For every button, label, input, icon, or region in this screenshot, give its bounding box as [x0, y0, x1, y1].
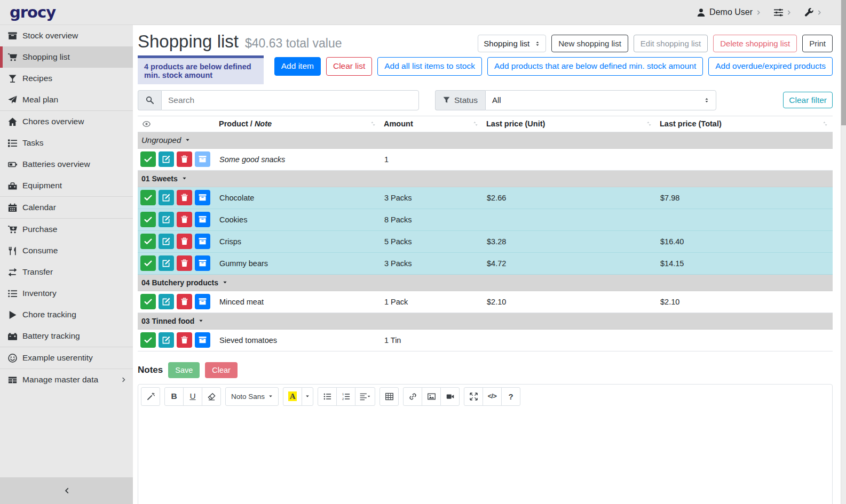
edit-shopping-list-button[interactable]: Edit shopping list — [634, 35, 708, 52]
group-header-ungrouped[interactable]: Ungrouped — [138, 132, 833, 149]
toolbar-link-button[interactable] — [403, 387, 422, 406]
sidebar-item-transfer[interactable]: Transfer — [0, 261, 133, 283]
sidebar-item-recipes[interactable]: Recipes — [0, 68, 133, 89]
group-header-03-tinned-food[interactable]: 03 Tinned food — [138, 313, 833, 330]
toolbar-font-color-button[interactable]: A — [283, 387, 302, 406]
settings-menu[interactable] — [774, 8, 792, 17]
delete-shopping-list-button[interactable]: Delete shopping list — [713, 35, 797, 52]
notes-editor-area[interactable] — [138, 409, 832, 504]
toolbar-eraser-button[interactable] — [202, 387, 221, 406]
edit-button[interactable] — [159, 255, 174, 271]
edit-button[interactable] — [159, 190, 174, 205]
add-to-stock-button[interactable] — [195, 332, 210, 348]
edit-button[interactable] — [159, 151, 174, 167]
done-button[interactable] — [140, 294, 156, 309]
toolbar-ordered-list-button[interactable]: 12 — [336, 387, 355, 406]
sidebar-item-manage-master-data[interactable]: Manage master data — [0, 369, 133, 390]
delete-button[interactable] — [177, 151, 192, 167]
caret-down-icon — [185, 138, 190, 142]
sidebar-item-meal-plan[interactable]: Meal plan — [0, 89, 133, 110]
delete-button[interactable] — [177, 190, 192, 205]
stock-box-icon — [199, 215, 207, 223]
add-overdue-expired-products-button[interactable]: Add overdue/expired products — [708, 57, 833, 76]
sidebar-item-battery-tracking[interactable]: Battery tracking — [0, 325, 133, 347]
column-header-amount[interactable]: Amount — [381, 119, 483, 128]
toolbar-table-grid-button[interactable] — [379, 387, 399, 406]
done-button[interactable] — [140, 151, 156, 167]
column-header-last-price-total[interactable]: Last price (Total) — [657, 119, 833, 128]
toolbar-magic-wand-button[interactable] — [141, 387, 160, 406]
toolbar-bold-button[interactable]: B — [164, 387, 184, 406]
sidebar-item-stock-overview[interactable]: Stock overview — [0, 25, 133, 46]
clear-list-button[interactable]: Clear list — [326, 57, 372, 76]
delete-button[interactable] — [177, 332, 192, 348]
chevron-right-icon — [787, 10, 792, 15]
delete-button[interactable] — [177, 212, 192, 227]
done-button[interactable] — [140, 332, 156, 348]
search-group — [138, 90, 419, 110]
toolbar-unordered-list-button[interactable] — [318, 387, 337, 406]
print-button[interactable]: Print — [802, 35, 833, 52]
shopping-list-select[interactable]: Shopping list — [478, 35, 546, 52]
toolbar-video-button[interactable] — [440, 387, 460, 406]
sidebar-item-consume[interactable]: Consume — [0, 240, 133, 261]
edit-button[interactable] — [159, 212, 174, 227]
add-all-list-items-to-stock-button[interactable]: Add all list items to stock — [377, 57, 482, 76]
sidebar-item-chores-overview[interactable]: Chores overview — [0, 111, 133, 132]
sidebar-item-inventory[interactable]: Inventory — [0, 283, 133, 304]
status-select[interactable]: All — [485, 90, 716, 110]
sidebar-item-batteries-overview[interactable]: Batteries overview — [0, 154, 133, 175]
add-products-that-are-below-defined-min-stock-amount-button[interactable]: Add products that are below defined min.… — [487, 57, 703, 76]
sidebar-item-example-userentity[interactable]: Example userentity — [0, 347, 133, 369]
add-to-stock-button[interactable] — [195, 151, 210, 167]
sidebar-collapse-button[interactable] — [0, 477, 133, 504]
add-item-button[interactable]: Add item — [274, 57, 321, 76]
toolbar-code-view-button[interactable]: </> — [483, 387, 502, 406]
done-button[interactable] — [140, 255, 156, 271]
sidebar-item-tasks[interactable]: Tasks — [0, 132, 133, 154]
done-button[interactable] — [140, 234, 156, 249]
group-header-04-butchery-products[interactable]: 04 Butchery products — [138, 275, 833, 291]
toolbar-paragraph-button[interactable] — [355, 387, 375, 406]
product-name: Sieved tomatoes — [219, 336, 277, 345]
add-to-stock-button[interactable] — [195, 190, 210, 205]
clear-filter-button[interactable]: Clear filter — [783, 92, 833, 108]
toolbar-picture-button[interactable] — [422, 387, 441, 406]
sidebar-item-equipment[interactable]: Equipment — [0, 175, 133, 196]
add-to-stock-button[interactable] — [195, 294, 210, 309]
group-header-01-sweets[interactable]: 01 Sweets — [138, 171, 833, 187]
admin-menu[interactable] — [804, 8, 822, 17]
done-button[interactable] — [140, 212, 156, 227]
notes-clear-button[interactable]: Clear — [205, 362, 238, 378]
column-header-last-price-unit[interactable]: Last price (Unit) — [483, 119, 657, 128]
column-header-product[interactable]: Product / Note — [216, 119, 381, 128]
edit-button[interactable] — [159, 332, 174, 348]
delete-button[interactable] — [177, 234, 192, 249]
add-to-stock-button[interactable] — [195, 212, 210, 227]
sidebar-item-shopping-list[interactable]: Shopping list — [0, 46, 133, 68]
toolbar-underline-button[interactable]: U — [183, 387, 202, 406]
app-logo[interactable]: grocy — [10, 3, 56, 21]
sidebar-item-purchase[interactable]: Purchase — [0, 219, 133, 240]
delete-button[interactable] — [177, 294, 192, 309]
shopping-list-row: Gummy bears3 Packs$4.72$14.15 — [138, 253, 833, 275]
delete-button[interactable] — [177, 255, 192, 271]
toolbar-font-select-button[interactable]: Noto Sans — [225, 387, 279, 406]
edit-button[interactable] — [159, 294, 174, 309]
add-to-stock-button[interactable] — [195, 255, 210, 271]
toolbar-fullscreen-button[interactable] — [464, 387, 483, 406]
sidebar-item-calendar[interactable]: Calendar — [0, 197, 133, 218]
edit-button[interactable] — [159, 234, 174, 249]
notes-save-button[interactable]: Save — [168, 362, 200, 378]
sidebar-item-chore-tracking[interactable]: Chore tracking — [0, 304, 133, 325]
add-to-stock-button[interactable] — [195, 234, 210, 249]
toolbar-help-button[interactable]: ? — [501, 387, 520, 406]
toolbar-font-color-caret-button[interactable] — [302, 387, 313, 406]
user-menu[interactable]: Demo User — [697, 7, 761, 17]
search-input[interactable] — [161, 90, 419, 110]
done-button[interactable] — [140, 190, 156, 205]
min-stock-alert-text: 4 products are below defined min. stock … — [144, 62, 251, 79]
new-shopping-list-button[interactable]: New shopping list — [551, 35, 628, 52]
scrollbar-thumb[interactable] — [841, 0, 846, 125]
shopping-list-row: Minced meat1 Pack$2.10$2.10 — [138, 291, 833, 313]
